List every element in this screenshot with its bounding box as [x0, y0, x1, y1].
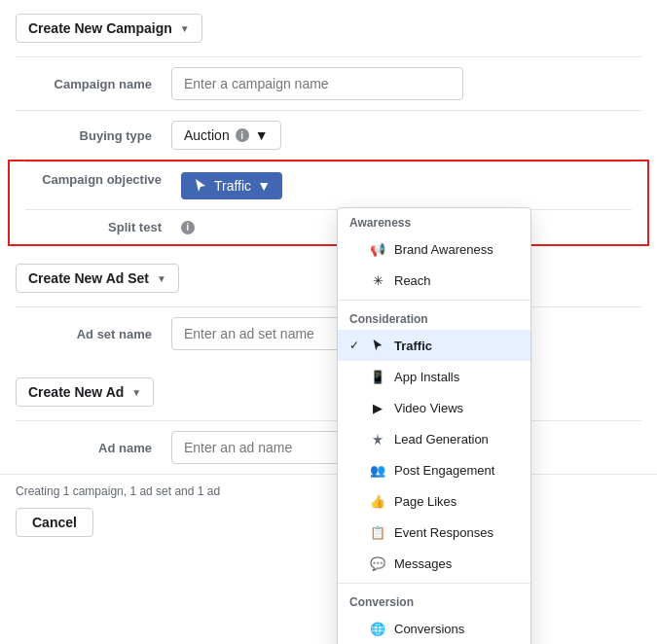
brand-awareness-item[interactable]: 📢 Brand Awareness — [338, 233, 530, 265]
conversions-item[interactable]: 🌐 Conversions — [338, 613, 530, 644]
event-responses-label: Event Responses — [394, 525, 519, 540]
app-installs-label: App Installs — [394, 370, 519, 384]
objective-dropdown-menu: Awareness 📢 Brand Awareness ✳ Reach — [337, 207, 531, 644]
adset-name-row: Ad set name — [16, 306, 641, 360]
ad-name-label: Ad name — [16, 441, 171, 455]
conversions-label: Conversions — [394, 622, 519, 636]
traffic-icon — [193, 178, 208, 194]
conversions-icon: 🌐 — [369, 620, 386, 637]
red-bordered-section: Campaign objective Traffic ▼ Awareness — [8, 160, 649, 246]
create-adset-button[interactable]: Create New Ad Set ▼ — [16, 264, 179, 293]
footer-section: Creating 1 campaign, 1 ad set and 1 ad C… — [0, 474, 657, 547]
video-views-label: Video Views — [394, 401, 519, 415]
split-test-label: Split test — [25, 220, 181, 234]
messages-item[interactable]: 💬 Messages — [338, 548, 530, 579]
brand-awareness-icon: 📢 — [369, 240, 386, 258]
objective-arrow: ▼ — [257, 178, 271, 194]
create-ad-label: Create New Ad — [28, 384, 124, 400]
lead-generation-item[interactable]: Lead Generation — [338, 423, 530, 454]
footer-summary-text: Creating 1 campaign, 1 ad set and 1 ad — [16, 484, 641, 498]
campaign-form-section: Campaign name Buying type Auction i ▼ — [0, 56, 657, 160]
campaign-name-row: Campaign name — [16, 56, 641, 110]
reach-item[interactable]: ✳ Reach — [338, 265, 530, 296]
messages-icon: 💬 — [369, 555, 386, 572]
dropdown-divider-1 — [338, 300, 530, 301]
cancel-button[interactable]: Cancel — [16, 508, 93, 537]
campaign-dropdown-arrow: ▼ — [180, 23, 190, 34]
buying-type-label: Buying type — [16, 128, 171, 143]
campaign-objective-label: Campaign objective — [25, 172, 181, 187]
traffic-item-label: Traffic — [394, 339, 519, 353]
reach-label: Reach — [394, 273, 519, 288]
post-engagement-item[interactable]: 👥 Post Engagement — [338, 454, 530, 485]
campaign-name-label: Campaign name — [16, 77, 171, 91]
adset-dropdown-arrow: ▼ — [157, 273, 166, 284]
page-likes-label: Page Likes — [394, 494, 519, 509]
campaign-objective-button[interactable]: Traffic ▼ — [181, 172, 282, 199]
page-likes-item[interactable]: 👍 Page Likes — [338, 485, 530, 517]
brand-awareness-label: Brand Awareness — [394, 242, 519, 257]
split-test-row: Split test i — [25, 209, 632, 244]
reach-icon: ✳ — [369, 271, 386, 289]
event-responses-icon: 📋 — [369, 523, 386, 541]
dropdown-divider-2 — [338, 583, 530, 584]
create-ad-button[interactable]: Create New Ad ▼ — [16, 377, 154, 407]
buying-type-arrow: ▼ — [255, 127, 269, 143]
objective-dropdown-container: Traffic ▼ Awareness 📢 Brand Awareness — [181, 172, 282, 199]
ad-header-section: Create New Ad ▼ — [0, 364, 657, 420]
objective-value: Traffic — [214, 178, 251, 194]
buying-type-row: Buying type Auction i ▼ — [16, 110, 641, 160]
messages-label: Messages — [394, 556, 519, 571]
ad-form-section: Ad name — [0, 420, 657, 474]
ad-dropdown-arrow: ▼ — [131, 387, 141, 398]
buying-type-info-icon[interactable]: i — [236, 128, 249, 142]
adset-form-section: Ad set name — [0, 306, 657, 360]
video-views-item[interactable]: ▶ Video Views — [338, 392, 530, 423]
campaign-name-input[interactable] — [171, 67, 463, 100]
split-test-info-icon[interactable]: i — [181, 221, 195, 234]
app-installs-item[interactable]: 📱 App Installs — [338, 361, 530, 392]
event-responses-item[interactable]: 📋 Event Responses — [338, 517, 530, 548]
create-adset-label: Create New Ad Set — [28, 270, 149, 286]
buying-type-value: Auction — [184, 127, 230, 143]
app-installs-icon: 📱 — [369, 368, 386, 385]
page-likes-icon: 👍 — [369, 492, 386, 510]
ad-name-row: Ad name — [16, 420, 641, 474]
conversion-section-label: Conversion — [338, 588, 530, 613]
adset-name-label: Ad set name — [16, 327, 171, 341]
create-campaign-label: Create New Campaign — [28, 20, 172, 36]
post-engagement-icon: 👥 — [369, 461, 386, 479]
adset-header-section: Create New Ad Set ▼ — [0, 250, 657, 306]
campaign-objective-row: Campaign objective Traffic ▼ Awareness — [25, 161, 632, 209]
create-campaign-button[interactable]: Create New Campaign ▼ — [16, 14, 202, 43]
traffic-item-icon — [369, 337, 386, 354]
awareness-section-label: Awareness — [338, 208, 530, 233]
lead-gen-icon — [369, 430, 386, 447]
buying-type-button[interactable]: Auction i ▼ — [171, 121, 281, 150]
post-engagement-label: Post Engagement — [394, 463, 519, 478]
consideration-section-label: Consideration — [338, 304, 530, 330]
traffic-item[interactable]: ✓ Traffic — [338, 330, 530, 361]
campaign-header-section: Create New Campaign ▼ — [0, 0, 657, 56]
lead-gen-label: Lead Generation — [394, 432, 519, 447]
cancel-label: Cancel — [32, 515, 77, 530]
video-views-icon: ▶ — [369, 399, 386, 416]
